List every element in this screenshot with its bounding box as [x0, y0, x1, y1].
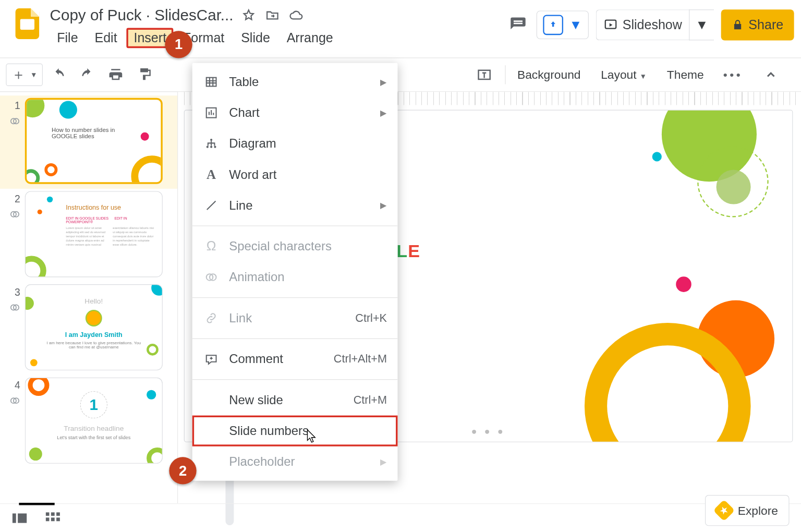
diagram-icon	[203, 137, 220, 150]
dropdown-arrow-icon: ▼	[569, 17, 582, 33]
line-icon	[203, 199, 220, 212]
slideshow-button[interactable]: Slideshow	[596, 9, 689, 40]
present-box-icon	[543, 15, 564, 35]
thumb4-sub: Let's start with the first set of slides	[26, 435, 162, 440]
collapse-toolbar-button[interactable]	[758, 62, 783, 87]
insert-new-slide[interactable]: New slideCtrl+M	[192, 384, 398, 415]
animation-indicator-icon	[9, 395, 20, 406]
insert-slide-numbers[interactable]: Slide numbers	[192, 416, 398, 446]
menu-file[interactable]: File	[50, 28, 86, 48]
share-label: Share	[748, 17, 783, 33]
document-title[interactable]: Copy of Puck · SlidesCar...	[50, 6, 234, 24]
print-button[interactable]	[103, 62, 128, 87]
cloud-status-icon[interactable]	[288, 7, 305, 23]
insert-wordart[interactable]: A Word art	[192, 159, 398, 190]
insert-menu-dropdown: Table▶ Chart▶ Diagram A Word art Line▶ Ω…	[192, 63, 398, 481]
textbox-button[interactable]	[471, 62, 496, 87]
present-upload-button[interactable]: ▼	[537, 10, 589, 39]
annotation-badge-2: 2	[169, 457, 196, 484]
menu-slide[interactable]: Slide	[234, 28, 277, 48]
slide-thumbnail-1[interactable]: How to number slides in GOOGLE slides	[25, 98, 163, 184]
insert-special-characters: Ω Special characters	[192, 231, 398, 262]
grid-view-button[interactable]	[45, 513, 60, 523]
svg-rect-17	[56, 517, 60, 521]
thumb3-name: I am Jayden Smith	[26, 331, 162, 338]
redo-button[interactable]	[75, 62, 100, 87]
thumb2-title: Instructions for use	[66, 203, 121, 211]
explore-label: Explore	[738, 504, 778, 517]
insert-placeholder: Placeholder▶	[192, 446, 398, 477]
app-header: Copy of Puck · SlidesCar... File Edit In…	[0, 0, 801, 57]
svg-point-23	[214, 146, 216, 148]
svg-rect-16	[51, 517, 55, 521]
svg-rect-14	[56, 512, 60, 516]
animation-indicator-icon	[9, 116, 20, 126]
slide-thumbnail-2[interactable]: Instructions for use EDIT IN GOOGLE SLID…	[25, 191, 163, 277]
menu-edit[interactable]: Edit	[88, 28, 124, 48]
svg-rect-11	[18, 513, 27, 523]
new-slide-button[interactable]: ＋ ▼	[6, 64, 42, 86]
main-area: 1 How to number slides in GOOGLE slides	[0, 92, 801, 503]
insert-link: LinkCtrl+K	[192, 303, 398, 333]
insert-chart[interactable]: Chart▶	[192, 98, 398, 128]
slideshow-label: Slideshow	[623, 17, 682, 33]
animation-icon	[203, 271, 220, 284]
menu-bar: File Edit Insert Format Slide Arrange	[50, 28, 507, 48]
share-button[interactable]: Share	[721, 9, 794, 40]
insert-diagram[interactable]: Diagram	[192, 128, 398, 159]
filmstrip-view-button[interactable]	[12, 513, 28, 523]
link-icon	[203, 311, 220, 324]
toolbar-divider	[505, 65, 505, 84]
thumb4-title: Transition headline	[26, 425, 162, 433]
more-options-button[interactable]: •••	[721, 62, 746, 87]
thumb1-text: How to number slides in GOOGLE slides	[52, 126, 123, 139]
slide-panel[interactable]: 1 How to number slides in GOOGLE slides	[0, 92, 178, 503]
thumb4-number: 1	[80, 391, 107, 418]
thumb3-hello: Hello!	[26, 297, 162, 305]
slide-thumbnail-3[interactable]: Hello! I am Jayden Smith I am here becau…	[25, 284, 163, 370]
insert-animation: Animation	[192, 262, 398, 293]
svg-rect-12	[46, 512, 50, 516]
undo-button[interactable]	[46, 62, 71, 87]
chart-icon	[203, 106, 220, 119]
slideshow-dropdown[interactable]: ▼	[689, 9, 714, 40]
svg-rect-15	[46, 517, 50, 521]
explore-icon	[713, 500, 735, 522]
slide-thumbnail-4[interactable]: 1 Transition headline Let's start with t…	[25, 378, 163, 464]
thumb3-sub: I am here because I love to give present…	[43, 341, 144, 349]
slide-number: 4	[5, 378, 20, 392]
annotation-badge-1: 1	[165, 31, 192, 58]
slide-number: 3	[5, 284, 20, 298]
explore-button[interactable]: Explore	[705, 495, 789, 526]
insert-comment[interactable]: CommentCtrl+Alt+M	[192, 344, 398, 374]
cursor-icon	[306, 429, 318, 444]
layout-button[interactable]: Layout ▼	[597, 68, 650, 81]
toolbar: ＋ ▼ Background Layout ▼ Theme •••	[0, 57, 801, 92]
slides-app-icon[interactable]	[10, 8, 44, 42]
menu-arrange[interactable]: Arrange	[280, 28, 340, 48]
comment-icon	[203, 353, 220, 366]
svg-point-21	[207, 146, 209, 148]
slide-number: 2	[5, 191, 20, 205]
slide-number: 1	[5, 98, 20, 112]
omega-icon: Ω	[203, 238, 220, 254]
svg-rect-10	[13, 513, 16, 523]
svg-rect-13	[51, 512, 55, 516]
comments-icon[interactable]	[507, 14, 529, 36]
star-icon[interactable]	[240, 7, 257, 23]
bottom-bar	[0, 503, 801, 532]
svg-rect-18	[207, 78, 216, 87]
animation-indicator-icon	[9, 302, 20, 312]
animation-indicator-icon	[9, 209, 20, 220]
wordart-icon: A	[203, 167, 220, 183]
insert-table[interactable]: Table▶	[192, 66, 398, 97]
svg-point-22	[210, 146, 212, 148]
insert-line[interactable]: Line▶	[192, 190, 398, 221]
paint-format-button[interactable]	[132, 62, 157, 87]
move-to-folder-icon[interactable]	[264, 7, 281, 23]
svg-point-20	[210, 139, 212, 141]
speaker-notes-handle[interactable]: ● ● ●	[471, 426, 506, 437]
table-icon	[203, 76, 220, 89]
background-button[interactable]: Background	[514, 68, 584, 81]
theme-button[interactable]: Theme	[663, 68, 707, 81]
